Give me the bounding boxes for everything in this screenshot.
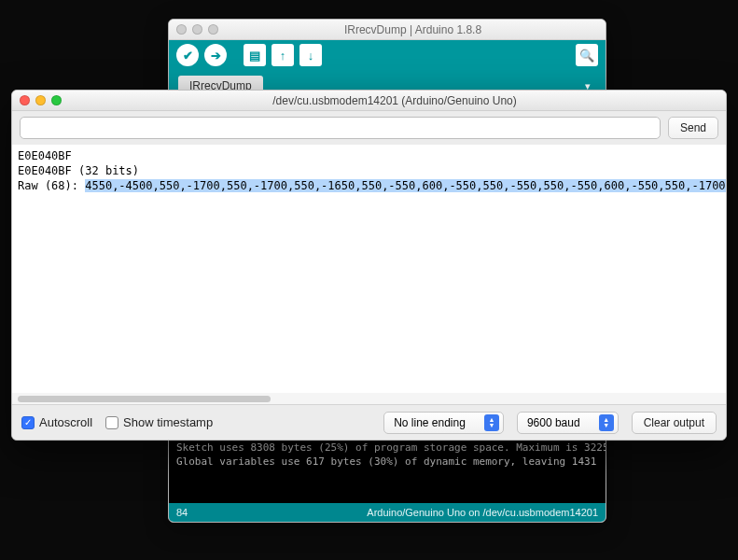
output-line-raw: Raw (68): 4550,-4500,550,-1700,550,-1700… — [18, 178, 720, 193]
console-line: Sketch uses 8308 bytes (25%) of program … — [176, 441, 598, 455]
autoscroll-checkbox[interactable]: Autoscroll — [21, 415, 92, 429]
baud-rate-select[interactable]: 9600 baud ▲▼ — [517, 412, 619, 434]
serial-monitor-window: /dev/cu.usbmodem14201 (Arduino/Genuino U… — [11, 90, 727, 441]
zoom-icon[interactable] — [51, 95, 62, 105]
select-arrows-icon: ▲▼ — [484, 414, 499, 431]
monitor-title: /dev/cu.usbmodem14201 (Arduino/Genuino U… — [71, 94, 718, 107]
serial-output[interactable]: E0E040BF E0E040BF (32 bits) Raw (68): 45… — [12, 145, 726, 393]
open-sketch-button[interactable]: ↑ — [272, 44, 294, 66]
ide-traffic-lights[interactable] — [176, 24, 218, 35]
ide-console: Sketch uses 8308 bytes (25%) of program … — [169, 438, 606, 503]
select-arrows-icon: ▲▼ — [599, 414, 614, 431]
clear-output-button[interactable]: Clear output — [632, 412, 717, 434]
timestamp-checkbox[interactable]: Show timestamp — [105, 415, 213, 429]
monitor-footer: Autoscroll Show timestamp No line ending… — [12, 404, 726, 440]
console-line: Global variables use 617 bytes (30%) of … — [176, 455, 598, 469]
output-line: E0E040BF (32 bits) — [18, 163, 720, 178]
ide-statusbar: 84 Arduino/Genuino Uno on /dev/cu.usbmod… — [169, 503, 606, 522]
line-ending-value: No line ending — [394, 416, 466, 429]
baud-rate-value: 9600 baud — [527, 416, 580, 429]
new-sketch-button[interactable]: ▤ — [244, 44, 266, 66]
monitor-traffic-lights[interactable] — [20, 95, 62, 105]
send-button[interactable]: Send — [668, 117, 718, 139]
verify-button[interactable]: ✔ — [176, 44, 199, 66]
save-sketch-button[interactable]: ↓ — [299, 44, 322, 66]
close-icon[interactable] — [20, 95, 30, 105]
minimize-icon[interactable] — [35, 95, 46, 105]
status-line-number: 84 — [176, 507, 188, 518]
raw-prefix: Raw (68): — [18, 179, 85, 192]
horizontal-scrollbar[interactable] — [12, 393, 726, 404]
upload-button[interactable]: ➔ — [204, 44, 227, 66]
ide-toolbar: ✔ ➔ ▤ ↑ ↓ 🔍 — [169, 40, 606, 70]
line-ending-select[interactable]: No line ending ▲▼ — [383, 412, 504, 434]
monitor-titlebar: /dev/cu.usbmodem14201 (Arduino/Genuino U… — [12, 91, 726, 111]
minimize-icon[interactable] — [192, 24, 202, 35]
output-line: E0E040BF — [18, 148, 720, 163]
checkbox-icon[interactable] — [105, 416, 118, 429]
timestamp-label: Show timestamp — [123, 415, 213, 429]
close-icon[interactable] — [176, 24, 187, 35]
serial-input[interactable] — [20, 117, 661, 139]
zoom-icon[interactable] — [208, 24, 218, 35]
ide-titlebar: IRrecvDump | Arduino 1.8.8 — [169, 20, 606, 40]
autoscroll-label: Autoscroll — [39, 415, 92, 429]
raw-selected-text: 4550,-4500,550,-1700,550,-1700,550,-1650… — [85, 179, 726, 192]
monitor-input-row: Send — [12, 111, 726, 145]
scrollbar-thumb[interactable] — [18, 396, 271, 402]
checkbox-icon[interactable] — [21, 416, 35, 429]
ide-title: IRrecvDump | Arduino 1.8.8 — [228, 23, 598, 36]
status-board-port: Arduino/Genuino Uno on /dev/cu.usbmodem1… — [367, 507, 598, 518]
serial-monitor-button[interactable]: 🔍 — [576, 44, 598, 66]
